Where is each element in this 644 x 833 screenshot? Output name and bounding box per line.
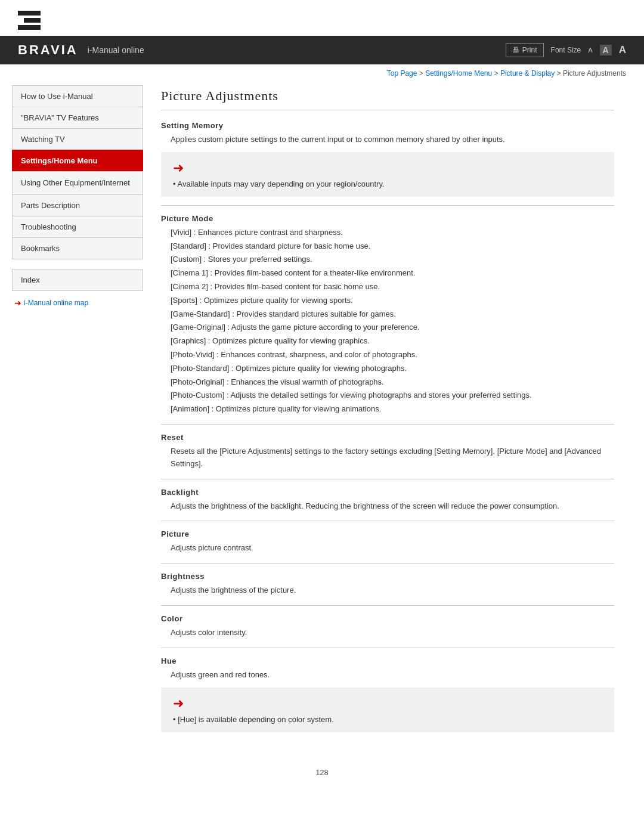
- note-bullet-setting-memory: • Available inputs may vary depending on…: [173, 179, 385, 188]
- note-box-hue: ➜ • [Hue] is available depending on colo…: [161, 688, 614, 732]
- divider-1: [161, 205, 614, 206]
- breadcrumb-submenu[interactable]: Picture & Display: [500, 69, 555, 78]
- picture-mode-line-7: [Game-Original] : Adjusts the game pictu…: [171, 321, 614, 334]
- breadcrumb-menu[interactable]: Settings/Home Menu: [425, 69, 492, 78]
- sidebar-item-equipment[interactable]: Using Other Equipment/Internet: [12, 171, 143, 194]
- note-bullet-hue: • [Hue] is available depending on color …: [173, 715, 334, 724]
- sidebar-item-how-to-use[interactable]: How to Use i-Manual: [12, 85, 143, 107]
- divider-4: [161, 521, 614, 521]
- section-body-backlight: Adjusts the brightness of the backlight.…: [161, 500, 614, 513]
- print-label: Print: [522, 46, 537, 54]
- section-title-picture: Picture: [161, 529, 614, 538]
- top-bar: BRAVIA i-Manual online 🖶 Print Font Size…: [0, 36, 644, 64]
- font-size-label: Font Size: [551, 46, 581, 54]
- divider-2: [161, 424, 614, 425]
- section-body-brightness: Adjusts the brightness of the picture.: [161, 584, 614, 597]
- section-hue: Hue Adjusts green and red tones. ➜ • [Hu…: [161, 657, 614, 732]
- section-title-setting-memory: Setting Memory: [161, 121, 614, 130]
- section-title-color: Color: [161, 614, 614, 623]
- main-layout: How to Use i-Manual "BRAVIA" TV Features…: [0, 82, 644, 756]
- sidebar-item-settings[interactable]: Settings/Home Menu: [12, 150, 143, 171]
- breadcrumb-sep1: >: [419, 69, 425, 78]
- logo-area: [0, 0, 644, 36]
- note-box-setting-memory: ➜ • Available inputs may vary depending …: [161, 152, 614, 197]
- top-bar-left: BRAVIA i-Manual online: [18, 42, 144, 58]
- breadcrumb: Top Page > Settings/Home Menu > Picture …: [0, 64, 644, 82]
- note-arrow-hue-icon: ➜: [173, 696, 602, 711]
- section-backlight: Backlight Adjusts the brightness of the …: [161, 488, 614, 513]
- section-title-backlight: Backlight: [161, 488, 614, 497]
- section-body-reset: Resets all the [Picture Adjustments] set…: [161, 445, 614, 470]
- sidebar-item-troubleshooting[interactable]: Troubleshooting: [12, 216, 143, 237]
- divider-7: [161, 648, 614, 648]
- picture-mode-line-3: [Cinema 1] : Provides film-based content…: [171, 267, 614, 280]
- divider-6: [161, 605, 614, 606]
- picture-mode-line-10: [Photo-Standard] : Optimizes picture qua…: [171, 363, 614, 375]
- print-icon: 🖶: [512, 46, 519, 54]
- picture-mode-line-13: [Animation] : Optimizes picture quality …: [171, 403, 614, 416]
- sony-logo-icon: [18, 11, 41, 30]
- section-body-hue: Adjusts green and red tones.: [161, 669, 614, 682]
- section-title-hue: Hue: [161, 657, 614, 665]
- breadcrumb-top[interactable]: Top Page: [387, 69, 417, 78]
- section-brightness: Brightness Adjusts the brightness of the…: [161, 572, 614, 597]
- page-number: 128: [315, 768, 329, 777]
- section-picture: Picture Adjusts picture contrast.: [161, 529, 614, 555]
- picture-mode-line-8: [Graphics] : Optimizes picture quality f…: [171, 335, 614, 348]
- section-title-reset: Reset: [161, 433, 614, 442]
- section-title-brightness: Brightness: [161, 572, 614, 581]
- sidebar-item-bookmarks[interactable]: Bookmarks: [12, 237, 143, 259]
- section-reset: Reset Resets all the [Picture Adjustment…: [161, 433, 614, 470]
- divider-3: [161, 479, 614, 479]
- section-title-picture-mode: Picture Mode: [161, 214, 614, 223]
- sidebar-map-link[interactable]: ➜ i-Manual online map: [12, 298, 143, 308]
- picture-mode-line-6: [Game-Standard] : Provides standard pict…: [171, 308, 614, 321]
- picture-mode-line-4: [Cinema 2] : Provides film-based content…: [171, 281, 614, 293]
- picture-mode-line-9: [Photo-Vivid] : Enhances contrast, sharp…: [171, 349, 614, 361]
- sidebar-item-watching-tv[interactable]: Watching TV: [12, 128, 143, 150]
- map-link-text[interactable]: i-Manual online map: [24, 299, 88, 307]
- sidebar-item-bravia-features[interactable]: "BRAVIA" TV Features: [12, 107, 143, 128]
- font-size-small-button[interactable]: A: [588, 47, 592, 54]
- picture-mode-line-5: [Sports] : Optimizes picture quality for…: [171, 295, 614, 307]
- section-setting-memory: Setting Memory Applies custom picture se…: [161, 121, 614, 197]
- breadcrumb-sep2: >: [494, 69, 500, 78]
- sidebar-item-index[interactable]: Index: [12, 269, 143, 291]
- divider-5: [161, 563, 614, 563]
- sidebar: How to Use i-Manual "BRAVIA" TV Features…: [12, 82, 143, 756]
- breadcrumb-sep3: >: [557, 69, 563, 78]
- section-body-setting-memory: Applies custom picture settings to the c…: [161, 134, 614, 146]
- bravia-logo: BRAVIA: [18, 42, 78, 58]
- section-body-picture: Adjusts picture contrast.: [161, 542, 614, 555]
- section-picture-mode: Picture Mode [Vivid] : Enhances picture …: [161, 214, 614, 416]
- picture-mode-line-1: [Standard] : Provides standard picture f…: [171, 240, 614, 253]
- font-size-large-button[interactable]: A: [619, 44, 626, 56]
- section-color: Color Adjusts color intensity.: [161, 614, 614, 639]
- section-body-picture-mode: [Vivid] : Enhances picture contrast and …: [161, 227, 614, 416]
- sidebar-item-parts[interactable]: Parts Description: [12, 194, 143, 216]
- top-bar-right: 🖶 Print Font Size A A A: [506, 43, 626, 57]
- section-body-color: Adjusts color intensity.: [161, 627, 614, 639]
- picture-mode-line-2: [Custom] : Stores your preferred setting…: [171, 253, 614, 266]
- note-arrow-icon: ➜: [173, 160, 602, 176]
- picture-mode-line-12: [Photo-Custom] : Adjusts the detailed se…: [171, 389, 614, 402]
- content-area: Picture Adjustments Setting Memory Appli…: [143, 82, 632, 756]
- breadcrumb-current: Picture Adjustments: [563, 69, 626, 78]
- picture-mode-line-11: [Photo-Original] : Enhances the visual w…: [171, 376, 614, 389]
- map-link-arrow: ➜: [14, 298, 21, 308]
- imanual-subtitle: i-Manual online: [88, 45, 144, 55]
- page-title: Picture Adjustments: [161, 88, 614, 110]
- page-footer: 128: [0, 756, 644, 789]
- font-size-mid-button[interactable]: A: [600, 45, 612, 55]
- print-button[interactable]: 🖶 Print: [506, 43, 544, 57]
- picture-mode-line-0: [Vivid] : Enhances picture contrast and …: [171, 227, 614, 239]
